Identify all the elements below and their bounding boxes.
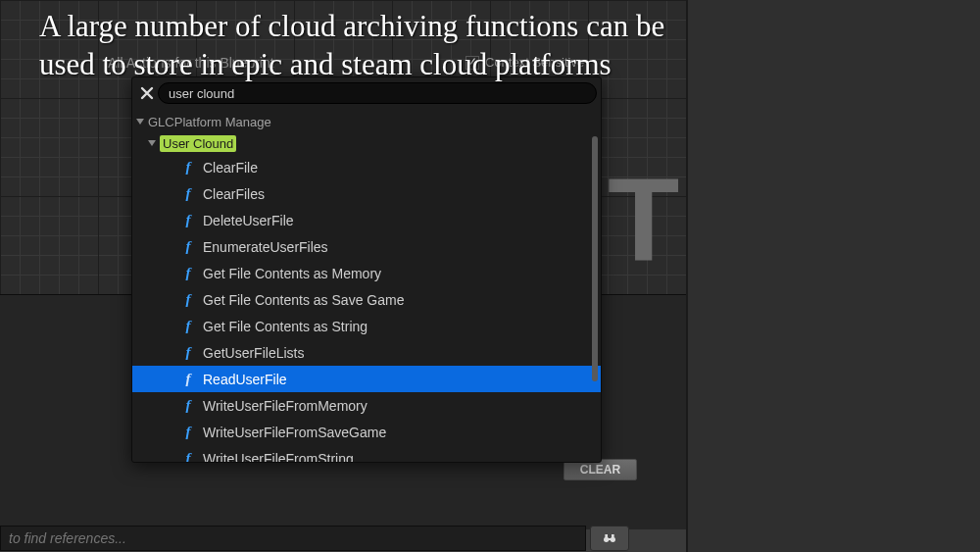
clear-search-button[interactable] [136,82,158,104]
function-item[interactable]: fWriteUserFileFromMemory [132,392,601,419]
function-f-icon: f [181,450,195,462]
svg-point-1 [611,537,615,542]
function-f-icon: f [181,371,195,387]
function-item[interactable]: fClearFiles [132,180,601,207]
function-f-icon: f [181,159,195,176]
function-label: WriteUserFileFromMemory [203,398,368,414]
function-label: EnumerateUserFiles [203,239,328,255]
svg-point-0 [604,537,609,542]
function-label: ReadUserFile [203,372,287,387]
search-input[interactable] [158,82,597,104]
function-item[interactable]: fGet File Contents as String [132,313,601,339]
close-icon [140,86,154,100]
function-label: DeleteUserFile [203,213,294,228]
checkbox-icon[interactable] [466,56,479,70]
function-label: Get File Contents as Save Game [203,292,404,308]
function-item[interactable]: fGet File Contents as Save Game [132,286,601,313]
category-user-clound[interactable]: User Clound [132,132,601,154]
function-item[interactable]: fWriteUserFileFromSaveGame [132,419,601,445]
function-f-icon: f [181,265,195,281]
function-label: WriteUserFileFromSaveGame [203,425,386,440]
function-f-icon: f [181,185,195,202]
function-f-icon: f [181,397,195,414]
function-item[interactable]: fGetUserFileLists [132,339,601,366]
function-item[interactable]: fReadUserFile [132,366,601,392]
function-label: ClearFiles [203,186,265,202]
function-f-icon: f [181,344,195,361]
action-context-menu: GLCPlatform Manage User Clound fClearFil… [131,76,602,463]
actions-header-label: All Actions for this Blueprint [108,55,274,71]
function-f-icon: f [181,318,195,334]
category-label: GLCPlatform Manage [148,115,271,129]
menu-body: GLCPlatform Manage User Clound fClearFil… [132,109,601,462]
function-item[interactable]: fDeleteUserFile [132,207,601,233]
svg-rect-3 [605,534,608,537]
function-f-icon: f [181,291,195,308]
background-watermark-letter: T [608,152,681,287]
category-label-highlighted: User Clound [160,135,236,152]
chevron-down-icon [136,119,144,125]
right-panel [686,0,980,552]
function-label: Get File Contents as Memory [203,266,381,281]
function-label: Get File Contents as String [203,319,368,334]
menu-search-row [132,77,601,109]
find-references-button[interactable] [590,526,629,551]
svg-rect-4 [612,534,614,537]
find-references-input[interactable] [0,526,586,551]
context-sensitive-toggle[interactable]: Context Sensitive [466,55,584,70]
scrollbar-thumb[interactable] [592,136,598,381]
chevron-down-icon [148,140,156,146]
category-glcplatform-manage[interactable]: GLCPlatform Manage [132,111,601,132]
scrollbar[interactable] [592,136,598,450]
function-f-icon: f [181,424,195,440]
function-f-icon: f [181,212,195,228]
function-item[interactable]: fClearFile [132,154,601,180]
binoculars-icon [602,530,617,546]
function-item[interactable]: fGet File Contents as Memory [132,260,601,286]
context-sensitive-label: Context Sensitive [485,55,584,70]
svg-rect-2 [609,538,612,540]
function-item[interactable]: fWriteUserFileFromString [132,445,601,462]
function-label: ClearFile [203,160,258,176]
function-label: GetUserFileLists [203,345,304,361]
function-label: WriteUserFileFromString [203,451,354,463]
function-item[interactable]: fEnumerateUserFiles [132,233,601,260]
function-f-icon: f [181,238,195,255]
